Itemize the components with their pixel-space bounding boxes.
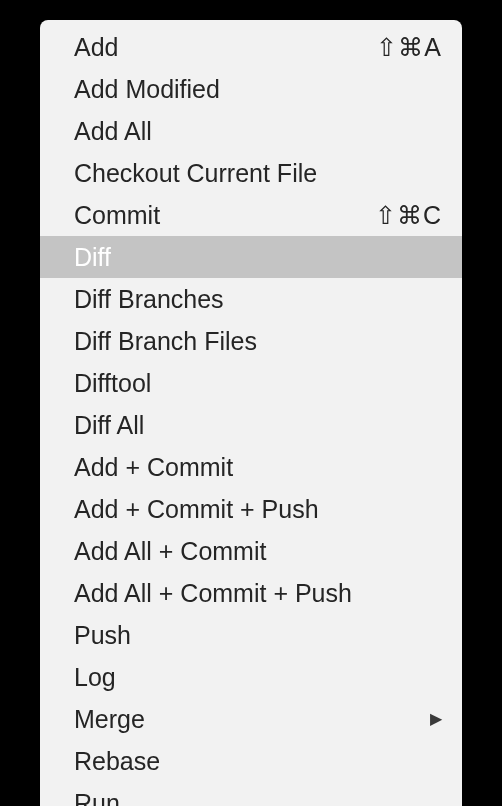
- menu-item-label: Diff Branches: [74, 282, 442, 316]
- menu-item-diff-all[interactable]: Diff All: [40, 404, 462, 446]
- menu-item-label: Run: [74, 786, 442, 806]
- menu-item-diff-branches[interactable]: Diff Branches: [40, 278, 462, 320]
- submenu-arrow-icon: ▶: [430, 702, 442, 736]
- menu-item-run[interactable]: Run: [40, 782, 462, 806]
- menu-item-label: Add Modified: [74, 72, 442, 106]
- menu-item-add-all-commit-push[interactable]: Add All + Commit + Push: [40, 572, 462, 614]
- menu-item-label: Add + Commit: [74, 450, 442, 484]
- menu-item-label: Commit: [74, 198, 375, 232]
- menu-item-add-commit[interactable]: Add + Commit: [40, 446, 462, 488]
- menu-item-label: Merge: [74, 702, 422, 736]
- menu-item-label: Push: [74, 618, 442, 652]
- context-menu: Add ⇧⌘A Add Modified Add All Checkout Cu…: [40, 20, 462, 806]
- menu-item-label: Add All + Commit + Push: [74, 576, 442, 610]
- menu-item-merge[interactable]: Merge ▶: [40, 698, 462, 740]
- menu-item-label: Add: [74, 30, 376, 64]
- menu-item-add-all[interactable]: Add All: [40, 110, 462, 152]
- menu-item-label: Log: [74, 660, 442, 694]
- menu-item-commit[interactable]: Commit ⇧⌘C: [40, 194, 462, 236]
- menu-item-difftool[interactable]: Difftool: [40, 362, 462, 404]
- menu-item-label: Diff All: [74, 408, 442, 442]
- menu-item-shortcut: ⇧⌘C: [375, 198, 442, 232]
- menu-item-shortcut: ⇧⌘A: [376, 30, 442, 64]
- menu-item-diff[interactable]: Diff: [40, 236, 462, 278]
- menu-item-label: Add + Commit + Push: [74, 492, 442, 526]
- menu-item-label: Diff: [74, 240, 442, 274]
- menu-item-rebase[interactable]: Rebase: [40, 740, 462, 782]
- menu-item-add-modified[interactable]: Add Modified: [40, 68, 462, 110]
- menu-item-push[interactable]: Push: [40, 614, 462, 656]
- menu-item-add-commit-push[interactable]: Add + Commit + Push: [40, 488, 462, 530]
- menu-item-log[interactable]: Log: [40, 656, 462, 698]
- menu-item-label: Checkout Current File: [74, 156, 442, 190]
- menu-item-label: Add All + Commit: [74, 534, 442, 568]
- menu-item-checkout-current-file[interactable]: Checkout Current File: [40, 152, 462, 194]
- menu-item-diff-branch-files[interactable]: Diff Branch Files: [40, 320, 462, 362]
- menu-item-add[interactable]: Add ⇧⌘A: [40, 26, 462, 68]
- menu-item-label: Add All: [74, 114, 442, 148]
- menu-item-label: Rebase: [74, 744, 442, 778]
- menu-item-label: Difftool: [74, 366, 442, 400]
- menu-item-add-all-commit[interactable]: Add All + Commit: [40, 530, 462, 572]
- menu-item-label: Diff Branch Files: [74, 324, 442, 358]
